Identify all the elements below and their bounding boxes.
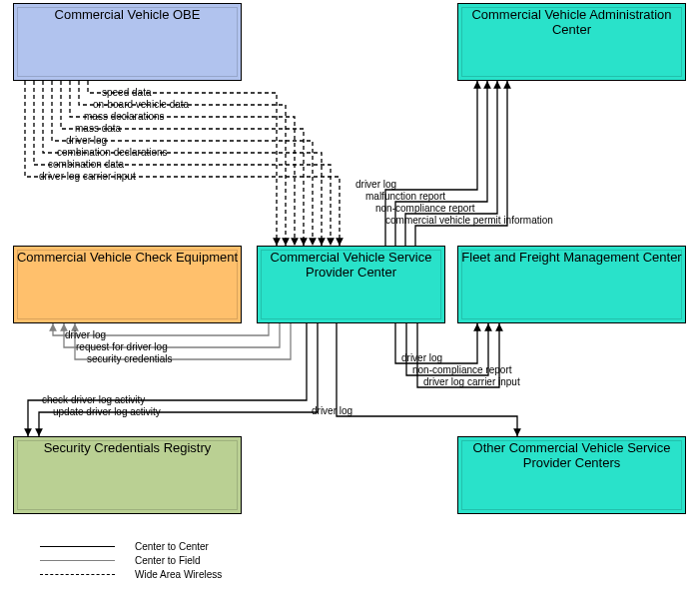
flow-label-check-0: driver log bbox=[65, 330, 106, 340]
legend-label-waw: Wide Area Wireless bbox=[135, 569, 222, 580]
node-cv_obe[interactable]: Commercial Vehicle OBE bbox=[13, 3, 242, 81]
flow-label-sec-0: check driver log activity bbox=[42, 395, 145, 405]
flow-label-obe-6: on-board vehicle data bbox=[93, 100, 189, 110]
flow-label-admin-3: commercial vehicle permit information bbox=[385, 216, 553, 226]
node-cv_admin[interactable]: Commercial Vehicle Administration Center bbox=[457, 3, 686, 81]
flow-label-obe-2: combination declarations bbox=[57, 148, 168, 158]
flow-label-admin-1: malfunction report bbox=[365, 192, 445, 202]
node-cv_svc_prov[interactable]: Commercial Vehicle Service Provider Cent… bbox=[257, 246, 445, 323]
flow-label-other-0: driver log bbox=[312, 406, 352, 416]
diagram-canvas: Center to Center Center to Field Wide Ar… bbox=[0, 0, 700, 589]
legend-line-waw bbox=[40, 574, 115, 575]
node-fleet_mgmt[interactable]: Fleet and Freight Management Center bbox=[457, 246, 686, 323]
flow-label-check-1: request for driver log bbox=[76, 342, 168, 352]
flow-label-obe-7: speed data bbox=[102, 88, 152, 98]
node-other_prov[interactable]: Other Commercial Vehicle Service Provide… bbox=[457, 436, 686, 514]
flow-label-obe-4: mass data bbox=[75, 124, 121, 134]
flow-label-admin-2: non-compliance report bbox=[375, 204, 475, 214]
flow-label-sec-1: update driver log activity bbox=[53, 407, 161, 417]
flow-label-obe-3: driver log bbox=[66, 136, 107, 146]
flow-label-obe-0: driver log carrier input bbox=[39, 172, 136, 182]
legend-label-c2c: Center to Center bbox=[135, 541, 209, 552]
legend-line-c2f bbox=[40, 560, 115, 561]
legend-label-c2f: Center to Field bbox=[135, 555, 201, 566]
node-cv_check[interactable]: Commercial Vehicle Check Equipment bbox=[13, 246, 242, 323]
legend: Center to Center Center to Field Wide Ar… bbox=[40, 539, 222, 581]
flow-label-fleet-0: driver log bbox=[401, 353, 442, 363]
flow-label-check-2: security credentials bbox=[87, 354, 173, 364]
flow-label-fleet-1: non-compliance report bbox=[412, 365, 512, 375]
node-sec_cred[interactable]: Security Credentials Registry bbox=[13, 436, 242, 514]
legend-line-c2c bbox=[40, 546, 115, 547]
flow-label-obe-1: combination data bbox=[48, 160, 124, 170]
flow-label-admin-0: driver log bbox=[355, 180, 396, 190]
flow-label-obe-5: mass declarations bbox=[84, 112, 165, 122]
flow-label-fleet-2: driver log carrier input bbox=[423, 377, 520, 387]
